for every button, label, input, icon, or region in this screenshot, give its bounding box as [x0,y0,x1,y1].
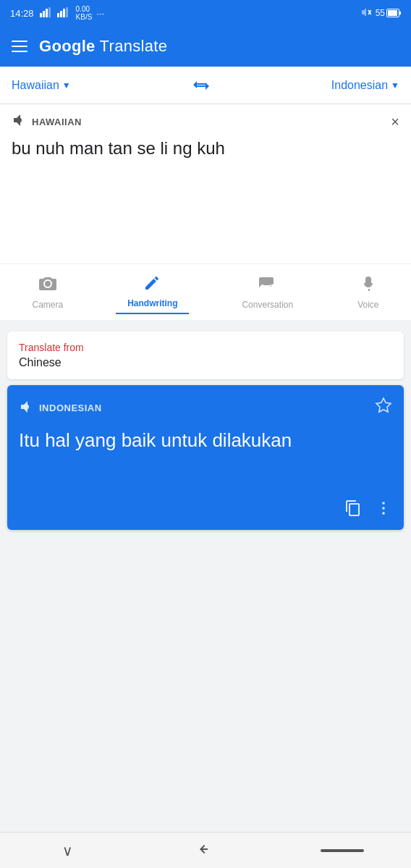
translate-from-card[interactable]: Translate from Chinese [7,332,404,379]
section-divider [0,320,411,326]
source-speaker-icon[interactable] [12,113,26,130]
data-speed: 0.00KB/S [76,5,93,21]
hamburger-menu[interactable] [12,41,27,52]
empty-space [0,537,411,825]
svg-point-15 [382,512,385,515]
status-left: 14:28 0.00KB/S ··· [10,5,104,21]
svg-rect-4 [57,13,59,17]
source-language-text: HAWAIIAN [32,117,82,127]
svg-rect-2 [46,9,48,17]
app-title-google: Google [39,37,96,55]
svg-rect-7 [66,7,68,17]
time-display: 14:28 [10,8,34,19]
hamburger-line-1 [12,41,27,42]
conversation-label: Conversation [242,300,293,310]
svg-rect-11 [388,10,397,16]
favorite-button[interactable] [375,397,392,418]
source-language-button[interactable]: Hawaiian ▼ [12,79,71,92]
close-source-button[interactable]: × [391,114,399,130]
target-language-button[interactable]: Indonesian ▼ [331,79,399,92]
language-selector-bar: Hawaiian ▼ Indonesian ▼ [0,67,411,104]
result-actions [19,500,392,521]
home-indicator[interactable] [321,849,364,852]
source-text-panel: HAWAIIAN × bu nuh man tan se li ng kuh [0,104,411,264]
voice-icon [360,276,376,296]
svg-rect-12 [399,12,401,15]
mode-handwriting[interactable]: Handwriting [116,271,189,314]
source-header: HAWAIIAN × [12,113,399,130]
battery-display: 55 [376,8,401,18]
mode-voice[interactable]: Voice [346,273,390,313]
hamburger-line-3 [12,51,27,52]
input-mode-bar: Camera Handwriting Conversation Voice [0,264,411,320]
mode-conversation[interactable]: Conversation [230,273,305,313]
target-lang-chevron-icon: ▼ [391,80,399,90]
handwriting-icon [143,274,162,295]
translate-from-label: Translate from [19,342,392,353]
svg-rect-0 [40,13,42,17]
camera-label: Camera [32,300,63,310]
swap-languages-button[interactable] [192,78,211,93]
svg-point-14 [382,507,385,510]
translation-text: Itu hal yang baik untuk dilakukan [19,427,392,491]
nav-down-button[interactable]: ∨ [48,836,88,865]
mute-icon [361,7,371,20]
app-title: Google Translate [39,37,167,56]
status-bar: 14:28 0.00KB/S ··· [0,0,411,26]
result-lang-label: INDONESIAN [19,400,102,416]
svg-rect-6 [63,9,65,17]
app-title-rest: Translate [96,37,168,55]
more-dots: ··· [96,8,104,19]
result-language-text: INDONESIAN [39,403,102,413]
more-options-icon[interactable] [375,500,392,521]
camera-icon [38,276,57,296]
status-right: 55 [361,7,401,20]
conversation-icon [258,276,277,296]
source-lang-label: HAWAIIAN [12,113,82,130]
svg-rect-3 [48,7,51,17]
bottom-navigation: ∨ [0,832,411,868]
svg-point-13 [382,502,385,505]
app-bar: Google Translate [0,26,411,67]
nav-back-button[interactable] [182,835,226,865]
svg-rect-1 [43,11,45,17]
source-text-content: bu nuh man tan se li ng kuh [12,136,399,169]
translation-result-card: INDONESIAN Itu hal yang baik untuk dilak… [7,385,404,530]
svg-rect-5 [60,11,62,17]
source-language-label: Hawaiian [12,79,59,92]
translate-from-value: Chinese [19,356,392,369]
signal-icon [40,7,53,20]
result-speaker-icon[interactable] [19,400,33,416]
result-header: INDONESIAN [19,397,392,418]
mode-camera[interactable]: Camera [20,273,75,313]
hamburger-line-2 [12,46,27,47]
handwriting-label: Handwriting [127,298,177,308]
copy-icon[interactable] [344,500,362,521]
target-language-label: Indonesian [331,79,388,92]
voice-label: Voice [357,300,378,310]
source-lang-chevron-icon: ▼ [62,80,71,90]
signal-icon-2 [57,7,70,20]
